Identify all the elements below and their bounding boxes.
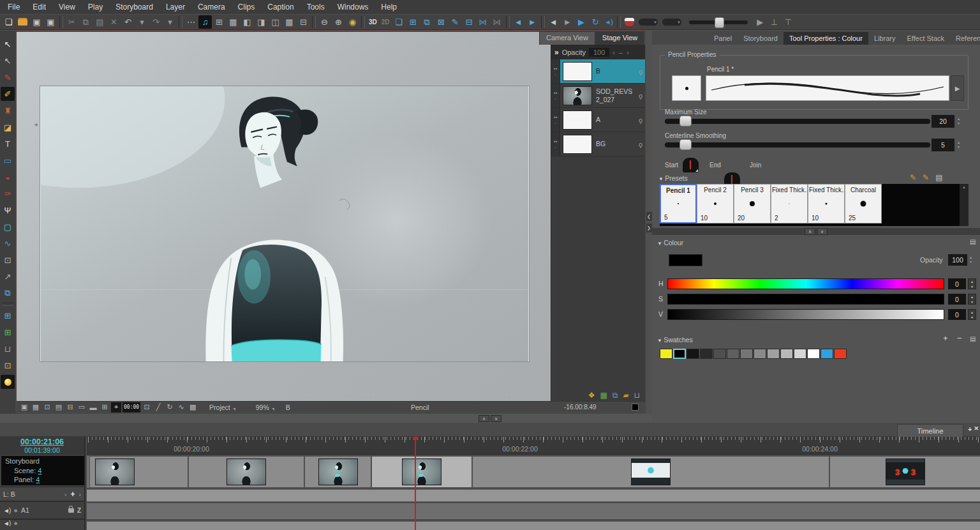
hsv-slider-track[interactable] bbox=[667, 278, 944, 289]
marquee-select-tool-icon[interactable]: ▢ bbox=[1, 220, 15, 234]
2d-mode-icon[interactable]: 2D bbox=[380, 15, 392, 29]
auto-light-table-icon[interactable] bbox=[1, 375, 15, 389]
layer-light-table-icon[interactable]: ϙ bbox=[639, 140, 642, 148]
layer-light-table-icon[interactable]: ϙ bbox=[639, 92, 642, 100]
expand-panel-icon[interactable]: » bbox=[554, 48, 559, 57]
open-icon[interactable] bbox=[16, 15, 29, 29]
swatch[interactable] bbox=[660, 349, 672, 359]
storyboard-panel[interactable] bbox=[472, 456, 829, 488]
sound-display-icon[interactable]: ♫ bbox=[198, 15, 212, 29]
colour-opacity-value[interactable]: 100 bbox=[948, 254, 967, 266]
layer-light-table-icon[interactable]: ϙ bbox=[639, 116, 642, 124]
colour-opacity-spinner[interactable]: ▲▼ bbox=[969, 254, 972, 266]
swatch[interactable] bbox=[740, 349, 753, 359]
add-bitmap-layer-icon[interactable]: ▦ bbox=[600, 391, 607, 400]
menu-item[interactable]: File bbox=[1, 0, 26, 14]
audio-track-header-partial[interactable]: ◄) ● bbox=[0, 519, 84, 526]
duplicate-panel-icon[interactable]: ⧉ bbox=[420, 15, 434, 29]
storyboard-panel[interactable]: 3 3 bbox=[829, 456, 980, 488]
layer-toggles[interactable]: ●●▫ bbox=[551, 84, 560, 107]
hsv-slider-track[interactable] bbox=[667, 294, 944, 305]
text-tool-icon[interactable]: T bbox=[1, 137, 15, 151]
right-panel-tab[interactable]: Reference View bbox=[950, 32, 980, 45]
contour-editor-tool-icon[interactable]: ∿ bbox=[1, 236, 15, 250]
menu-item[interactable]: Storyboard bbox=[109, 0, 160, 14]
delete-layer-icon[interactable]: ⊔ bbox=[634, 391, 640, 400]
swatch[interactable] bbox=[754, 349, 766, 359]
panel-thumbnail[interactable] bbox=[318, 458, 358, 485]
layer-row[interactable]: ●●▫ A ϙ bbox=[551, 108, 645, 132]
layer-light-table-icon[interactable]: ϙ bbox=[639, 68, 642, 75]
pencil-preset-dropdown[interactable]: ▾ bbox=[662, 19, 681, 26]
collapse-down-icon[interactable]: ∨ bbox=[817, 228, 828, 235]
add-swatch-icon[interactable]: + bbox=[943, 333, 948, 343]
layer-toggles[interactable]: ●●▫ bbox=[551, 108, 560, 132]
more-options-icon[interactable]: ⋯ bbox=[184, 15, 198, 29]
save-icon[interactable]: ▣ bbox=[30, 15, 43, 29]
layer-name[interactable]: SOD_REVS 2_027 bbox=[592, 87, 639, 103]
delete-icon[interactable]: ⊔ bbox=[1, 342, 15, 356]
stamp-tool-icon[interactable]: ♜ bbox=[1, 103, 15, 117]
collapse-up-icon[interactable]: ∧ bbox=[805, 228, 815, 235]
layer-thumbnail[interactable] bbox=[563, 135, 592, 154]
preset-card[interactable]: Fixed Thick... 10 bbox=[808, 184, 845, 223]
reposition-tool-icon[interactable]: ↗ bbox=[1, 269, 15, 284]
pegbar-icon[interactable]: ⊤ bbox=[782, 15, 795, 29]
centerline-smoothing-spinner[interactable]: ▲▼ bbox=[957, 139, 960, 151]
panel-thumbnail[interactable] bbox=[226, 458, 266, 485]
add-vector-layer-icon[interactable]: ❖ bbox=[588, 391, 595, 400]
preset-card[interactable]: Pencil 2 10 bbox=[697, 184, 734, 223]
hsv-value[interactable]: 0 bbox=[948, 309, 966, 320]
rectangle-tool-icon[interactable]: ▭ bbox=[1, 153, 15, 167]
panel-thumbnail[interactable] bbox=[631, 458, 671, 485]
lock-icon[interactable] bbox=[68, 508, 74, 513]
redo-dropdown-icon[interactable]: ▾ bbox=[163, 15, 177, 29]
new-preset-icon[interactable]: ✎ bbox=[910, 173, 916, 182]
merge-panel-icon[interactable]: ⋈ bbox=[491, 15, 504, 29]
swatch[interactable] bbox=[807, 349, 820, 359]
swatch[interactable] bbox=[673, 349, 686, 359]
layout-grid-icon[interactable]: ⊟ bbox=[297, 15, 310, 29]
delete-panel-icon[interactable]: ⊟ bbox=[463, 15, 476, 29]
add-image-layer-icon[interactable]: ⊞ bbox=[1, 325, 15, 339]
new-scene-icon[interactable]: ❏ bbox=[2, 15, 15, 29]
show-camera-frame-icon[interactable]: ⊡ bbox=[42, 402, 52, 413]
hsv-value[interactable]: 0 bbox=[948, 294, 966, 305]
prev-layer-icon[interactable]: ‹ bbox=[64, 490, 67, 498]
preset-card[interactable]: Charcoal 25 bbox=[845, 184, 882, 223]
storyboard-panel[interactable] bbox=[371, 456, 472, 488]
record-icon[interactable]: ● bbox=[13, 519, 18, 526]
hsv-value[interactable]: 0 bbox=[948, 278, 966, 289]
layer-thumbnail[interactable] bbox=[563, 110, 592, 130]
grid-view-icon[interactable]: ⊞ bbox=[212, 15, 226, 29]
update-preset-icon[interactable]: ✎ bbox=[923, 173, 929, 182]
pencil-tool-icon[interactable]: ✐ bbox=[1, 87, 15, 101]
zoom-in-icon[interactable]: ⊕ bbox=[332, 15, 345, 29]
right-panel-tab[interactable]: Tool Properties : Colour bbox=[783, 32, 868, 45]
layer-name[interactable]: B bbox=[592, 67, 639, 75]
eraser-tool-icon[interactable]: ◪ bbox=[1, 120, 15, 134]
opacity-value[interactable]: 100 bbox=[589, 48, 609, 57]
panel-thumbnail[interactable] bbox=[95, 458, 135, 485]
menu-item[interactable]: Layer bbox=[160, 0, 191, 14]
centerline-smoothing-handle[interactable] bbox=[679, 139, 692, 150]
scene-value[interactable]: 4 bbox=[38, 467, 41, 474]
layer-name[interactable]: A bbox=[592, 116, 639, 123]
menu-item[interactable]: Play bbox=[82, 0, 109, 14]
select-tool-icon[interactable]: ↖ bbox=[1, 37, 15, 51]
keyframe-icon[interactable]: Z bbox=[77, 507, 81, 514]
show-grid-icon[interactable]: ⊞ bbox=[100, 402, 110, 413]
collapse-down-icon[interactable]: ∨ bbox=[491, 415, 501, 422]
paste-icon[interactable]: ▤ bbox=[93, 15, 107, 29]
layer-nav-dash-icon[interactable]: – bbox=[619, 49, 623, 56]
project-dropdown[interactable]: Project bbox=[209, 404, 235, 411]
dropper-tool-icon[interactable]: ✑ bbox=[1, 186, 15, 201]
reset-view-icon[interactable]: ◉ bbox=[346, 15, 359, 29]
close-view-icon[interactable]: ✕ bbox=[974, 425, 979, 433]
splitter-right-icon[interactable]: ❯ bbox=[646, 223, 652, 232]
play-range-icon[interactable]: ► bbox=[561, 15, 574, 29]
layout-timeline-icon[interactable]: ▦ bbox=[283, 15, 296, 29]
view-tab[interactable]: Camera View bbox=[539, 31, 595, 45]
pen-line-icon[interactable]: ╱ bbox=[153, 402, 163, 413]
right-panel-tab[interactable]: Panel bbox=[708, 32, 738, 45]
